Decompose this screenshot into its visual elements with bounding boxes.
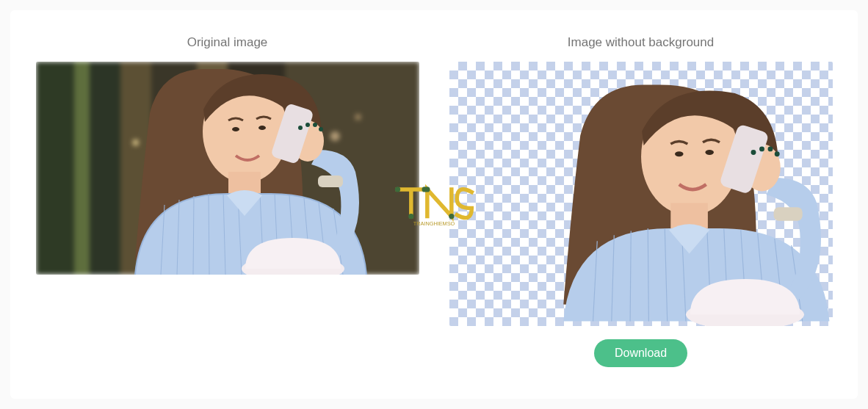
download-button[interactable]: Download bbox=[594, 339, 687, 367]
svg-point-47 bbox=[774, 151, 779, 156]
svg-point-22 bbox=[313, 123, 317, 127]
subject-cutout-illustration bbox=[449, 62, 833, 326]
subject-illustration bbox=[36, 62, 419, 275]
svg-rect-16 bbox=[318, 175, 343, 187]
svg-point-46 bbox=[767, 146, 773, 151]
svg-point-42 bbox=[675, 151, 684, 156]
original-image bbox=[36, 62, 419, 275]
result-image bbox=[449, 62, 833, 326]
result-card: Original image bbox=[10, 10, 858, 399]
svg-point-20 bbox=[298, 126, 303, 130]
svg-point-45 bbox=[759, 146, 764, 151]
svg-point-21 bbox=[305, 123, 310, 127]
original-column: Original image bbox=[35, 35, 419, 367]
original-label: Original image bbox=[187, 35, 268, 50]
result-label: Image without background bbox=[568, 35, 714, 50]
svg-point-23 bbox=[319, 127, 323, 131]
result-column: Image without background bbox=[449, 35, 833, 367]
svg-point-18 bbox=[232, 127, 239, 131]
comparison-row: Original image bbox=[35, 35, 833, 367]
svg-point-43 bbox=[705, 150, 714, 155]
svg-point-44 bbox=[751, 150, 756, 155]
svg-point-19 bbox=[258, 126, 266, 130]
svg-rect-40 bbox=[773, 207, 802, 220]
